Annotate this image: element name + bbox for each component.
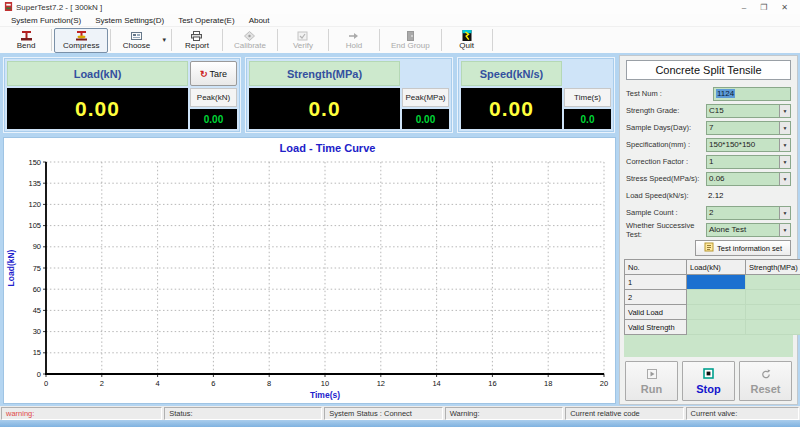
tare-icon: ↻ xyxy=(200,69,208,79)
toolbar: BendCompressChoose▾ReportCalibrateVerify… xyxy=(0,27,800,53)
status-segment-warning: warning: xyxy=(1,407,162,420)
strength-grade-dropdown[interactable]: C15▼ xyxy=(706,104,791,118)
menu-item-test-operate-e[interactable]: Test Operate(E) xyxy=(171,14,241,27)
status-segment-current-valve: Current valve: xyxy=(686,407,799,420)
successive-test-value: Alone Test xyxy=(707,225,779,234)
svg-text:20: 20 xyxy=(600,379,608,388)
results-row-valid-strength: Valid Strength xyxy=(625,320,800,335)
menu-item-about[interactable]: About xyxy=(242,14,277,27)
svg-text:45: 45 xyxy=(33,306,41,315)
toolbar-separator xyxy=(110,29,111,51)
status-segment-system-status-connect: System Status : Connect xyxy=(324,407,442,420)
verify-icon xyxy=(297,30,308,41)
menu-item-system-function-s[interactable]: System Function(S) xyxy=(4,14,88,27)
results-strength-cell[interactable] xyxy=(746,275,800,290)
svg-text:14: 14 xyxy=(432,379,440,388)
reset-button[interactable]: Reset xyxy=(739,361,792,401)
status-bar: warning:Status:System Status : ConnectWa… xyxy=(0,406,800,420)
toolbar-label-bend: Bend xyxy=(17,41,36,50)
results-row-label: Valid Load xyxy=(625,305,687,320)
svg-text:0: 0 xyxy=(44,379,48,388)
form-row-correction-factor: Correction Factor :1▼ xyxy=(626,154,791,169)
results-strength-cell[interactable] xyxy=(746,305,800,320)
test-information-set-button[interactable]: Test information set xyxy=(695,240,791,256)
svg-text:120: 120 xyxy=(28,200,41,209)
peak-kn-value: 0.00 xyxy=(190,109,237,129)
toolbar-button-report[interactable]: Report xyxy=(174,28,220,53)
results-row-2: 2 xyxy=(625,290,800,305)
toolbar-button-bend[interactable]: Bend xyxy=(3,28,49,53)
toolbar-button-compress[interactable]: Compress xyxy=(54,28,108,53)
dropdown-arrow-icon[interactable]: ▼ xyxy=(779,173,790,185)
toolbar-label-calibrate: Calibrate xyxy=(234,41,266,50)
toolbar-label-quit: Quit xyxy=(459,41,474,50)
toolbar-separator xyxy=(171,29,172,51)
results-load-cell[interactable] xyxy=(687,275,746,290)
svg-text:0: 0 xyxy=(37,370,41,379)
maximize-button[interactable]: ❐ xyxy=(760,3,767,12)
toolbar-button-quit[interactable]: Quit xyxy=(444,28,490,53)
results-header-load-kn: Load(kN) xyxy=(687,260,746,275)
load-time-chart: Load - Time Curve 0153045607590105120135… xyxy=(3,137,616,404)
form-row-stress-speed: Stress Speed(MPa/s):0.06▼ xyxy=(626,171,791,186)
stop-label: Stop xyxy=(696,383,720,395)
specification-dropdown[interactable]: 150*150*150▼ xyxy=(706,138,791,152)
results-header-no: No. xyxy=(625,260,687,275)
toolbar-button-choose[interactable]: Choose xyxy=(113,28,159,53)
specification-value: 150*150*150 xyxy=(707,140,779,149)
results-load-cell[interactable] xyxy=(687,305,746,320)
stop-button[interactable]: Stop xyxy=(682,361,735,401)
dropdown-arrow-icon[interactable]: ▼ xyxy=(779,224,790,236)
svg-text:90: 90 xyxy=(33,242,41,251)
chart-title: Load - Time Curve xyxy=(4,138,615,156)
sample-count-dropdown[interactable]: 2▼ xyxy=(706,206,791,220)
end-group-door-icon xyxy=(405,30,416,41)
bend-press-icon xyxy=(21,30,32,41)
svg-text:8: 8 xyxy=(267,379,271,388)
close-button[interactable]: ✕ xyxy=(781,3,788,12)
svg-text:30: 30 xyxy=(33,327,41,336)
minimize-button[interactable]: – xyxy=(742,3,746,12)
choose-dropdown-arrow-icon[interactable]: ▾ xyxy=(159,36,169,44)
tare-button[interactable]: ↻Tare xyxy=(190,61,237,86)
toolbar-separator xyxy=(222,29,223,51)
run-label: Run xyxy=(641,383,662,395)
load-speed-value: 2.12 xyxy=(706,191,791,200)
test-num-input[interactable]: 1124 xyxy=(713,87,791,101)
dropdown-arrow-icon[interactable]: ▼ xyxy=(779,156,790,168)
speed-panel-title: Speed(kN/s) xyxy=(461,61,562,86)
successive-test-dropdown[interactable]: Alone Test▼ xyxy=(706,223,791,237)
dropdown-arrow-icon[interactable]: ▼ xyxy=(779,122,790,134)
sample-days-value: 7 xyxy=(707,123,779,132)
run-play-icon xyxy=(647,367,657,382)
svg-text:60: 60 xyxy=(33,285,41,294)
menu-item-system-settings-d[interactable]: System Settings(D) xyxy=(88,14,171,27)
load-display-panel: Load(kN) ↻Tare 0.00 Peak(kN) 0.00 xyxy=(3,57,241,133)
form-row-successive-test: Whether Successive Test:Alone Test▼ xyxy=(626,222,791,237)
report-printer-icon xyxy=(191,30,202,41)
results-strength-cell[interactable] xyxy=(746,320,800,335)
status-segment-warning: Warning: xyxy=(445,407,563,420)
toolbar-label-choose: Choose xyxy=(123,41,151,50)
tare-label: Tare xyxy=(210,69,228,79)
svg-text:105: 105 xyxy=(28,221,41,230)
results-strength-cell[interactable] xyxy=(746,290,800,305)
dropdown-arrow-icon[interactable]: ▼ xyxy=(779,207,790,219)
correction-factor-dropdown[interactable]: 1▼ xyxy=(706,155,791,169)
dropdown-arrow-icon[interactable]: ▼ xyxy=(779,139,790,151)
svg-text:150: 150 xyxy=(28,158,41,167)
strength-panel-title: Strength(MPa) xyxy=(249,61,400,86)
form-row-specification: Specification(mm) :150*150*150▼ xyxy=(626,137,791,152)
results-load-cell[interactable] xyxy=(687,290,746,305)
stress-speed-dropdown[interactable]: 0.06▼ xyxy=(706,172,791,186)
results-row-label: 1 xyxy=(625,275,687,290)
run-button[interactable]: Run xyxy=(625,361,678,401)
svg-text:2: 2 xyxy=(100,379,104,388)
compress-press-icon xyxy=(76,30,87,41)
sample-days-dropdown[interactable]: 7▼ xyxy=(706,121,791,135)
status-segment-status: Status: xyxy=(164,407,322,420)
toolbar-separator xyxy=(379,29,380,51)
results-load-cell[interactable] xyxy=(687,320,746,335)
form-row-test-num: Test Num :1124 xyxy=(626,86,791,101)
dropdown-arrow-icon[interactable]: ▼ xyxy=(779,105,790,117)
